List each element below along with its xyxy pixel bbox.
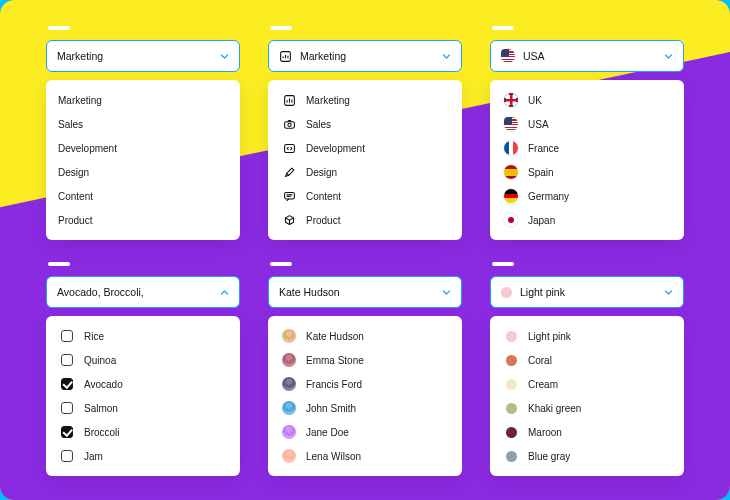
- select-multiselect-label: Avocado, Broccoli,: [57, 286, 213, 298]
- svg-rect-5: [284, 192, 294, 199]
- option-label: Quinoa: [84, 355, 116, 366]
- option-label: Avocado: [84, 379, 123, 390]
- option-item[interactable]: Lena Wilson: [268, 444, 462, 468]
- dropdown-multiselect: Avocado, Broccoli, RiceQuinoaAvocadoSalm…: [46, 262, 240, 476]
- swatch-icon: [502, 355, 520, 366]
- checkbox-icon[interactable]: [58, 354, 76, 366]
- option-item[interactable]: Emma Stone: [268, 348, 462, 372]
- option-item[interactable]: Marketing: [46, 88, 240, 112]
- select-people-label: Kate Hudson: [279, 286, 435, 298]
- option-label: John Smith: [306, 403, 356, 414]
- option-item[interactable]: Development: [268, 136, 462, 160]
- option-item[interactable]: Khaki green: [490, 396, 684, 420]
- option-label: Sales: [58, 119, 83, 130]
- option-item[interactable]: Coral: [490, 348, 684, 372]
- cube-icon: [280, 214, 298, 227]
- option-item[interactable]: Marketing: [268, 88, 462, 112]
- select-basic[interactable]: Marketing: [46, 40, 240, 72]
- select-color[interactable]: Light pink: [490, 276, 684, 308]
- option-item[interactable]: Germany: [490, 184, 684, 208]
- option-item[interactable]: Product: [268, 208, 462, 232]
- option-item[interactable]: John Smith: [268, 396, 462, 420]
- option-item[interactable]: USA: [490, 112, 684, 136]
- chart-icon: [279, 50, 292, 63]
- option-item[interactable]: Blue gray: [490, 444, 684, 468]
- avatar-icon: [280, 353, 298, 367]
- option-label: UK: [528, 95, 542, 106]
- svg-point-3: [287, 123, 290, 126]
- option-label: Kate Hudson: [306, 331, 364, 342]
- option-item[interactable]: UK: [490, 88, 684, 112]
- option-item[interactable]: Design: [46, 160, 240, 184]
- avatar-icon: [280, 377, 298, 391]
- option-label: Emma Stone: [306, 355, 364, 366]
- select-icons-label: Marketing: [300, 50, 435, 62]
- checkbox-icon[interactable]: [58, 378, 76, 390]
- option-item[interactable]: Jam: [46, 444, 240, 468]
- option-item[interactable]: Spain: [490, 160, 684, 184]
- option-item[interactable]: Sales: [46, 112, 240, 136]
- option-item[interactable]: Broccoli: [46, 420, 240, 444]
- option-item[interactable]: Maroon: [490, 420, 684, 444]
- swatch-icon: [502, 427, 520, 438]
- option-label: Rice: [84, 331, 104, 342]
- option-item[interactable]: Product: [46, 208, 240, 232]
- dropdown-icons: Marketing MarketingSalesDevelopmentDesig…: [268, 26, 462, 240]
- checkbox-icon[interactable]: [58, 330, 76, 342]
- option-label: Khaki green: [528, 403, 581, 414]
- option-item[interactable]: Japan: [490, 208, 684, 232]
- select-basic-label: Marketing: [57, 50, 213, 62]
- option-label: Light pink: [528, 331, 571, 342]
- checkbox-icon[interactable]: [58, 402, 76, 414]
- option-label: France: [528, 143, 559, 154]
- option-label: Design: [306, 167, 337, 178]
- flag-icon: [502, 117, 520, 131]
- select-country[interactable]: USA: [490, 40, 684, 72]
- option-label: Francis Ford: [306, 379, 362, 390]
- chevron-up-icon: [219, 287, 229, 297]
- option-item[interactable]: Sales: [268, 112, 462, 136]
- option-item[interactable]: Kate Hudson: [268, 324, 462, 348]
- option-item[interactable]: Jane Doe: [268, 420, 462, 444]
- chevron-down-icon: [219, 51, 229, 61]
- chevron-down-icon: [441, 287, 451, 297]
- swatch-icon: [502, 331, 520, 342]
- avatar-icon: [280, 401, 298, 415]
- option-item[interactable]: Quinoa: [46, 348, 240, 372]
- option-item[interactable]: Rice: [46, 324, 240, 348]
- select-people[interactable]: Kate Hudson: [268, 276, 462, 308]
- option-label: Development: [58, 143, 117, 154]
- option-label: Blue gray: [528, 451, 570, 462]
- option-label: Jam: [84, 451, 103, 462]
- checkbox-icon[interactable]: [58, 426, 76, 438]
- select-icons[interactable]: Marketing: [268, 40, 462, 72]
- option-item[interactable]: France: [490, 136, 684, 160]
- option-label: Development: [306, 143, 365, 154]
- avatar-icon: [280, 425, 298, 439]
- option-item[interactable]: Salmon: [46, 396, 240, 420]
- option-item[interactable]: Content: [268, 184, 462, 208]
- flag-icon: [502, 165, 520, 179]
- option-item[interactable]: Light pink: [490, 324, 684, 348]
- swatch-icon: [501, 287, 512, 298]
- panel-countries: UKUSAFranceSpainGermanyJapan: [490, 80, 684, 240]
- svg-rect-4: [284, 144, 294, 152]
- avatar-icon: [280, 329, 298, 343]
- option-item[interactable]: Francis Ford: [268, 372, 462, 396]
- option-label: Design: [58, 167, 89, 178]
- svg-rect-2: [284, 121, 294, 128]
- select-multiselect[interactable]: Avocado, Broccoli,: [46, 276, 240, 308]
- dropdown-people: Kate Hudson Kate HudsonEmma StoneFrancis…: [268, 262, 462, 476]
- dropdown-countries: USA UKUSAFranceSpainGermanyJapan: [490, 26, 684, 240]
- option-label: Content: [58, 191, 93, 202]
- option-label: Product: [58, 215, 92, 226]
- option-item[interactable]: Content: [46, 184, 240, 208]
- option-item[interactable]: Development: [46, 136, 240, 160]
- option-label: Germany: [528, 191, 569, 202]
- checkbox-icon[interactable]: [58, 450, 76, 462]
- option-label: USA: [528, 119, 549, 130]
- option-item[interactable]: Cream: [490, 372, 684, 396]
- option-item[interactable]: Design: [268, 160, 462, 184]
- accent-tick: [492, 26, 514, 30]
- option-item[interactable]: Avocado: [46, 372, 240, 396]
